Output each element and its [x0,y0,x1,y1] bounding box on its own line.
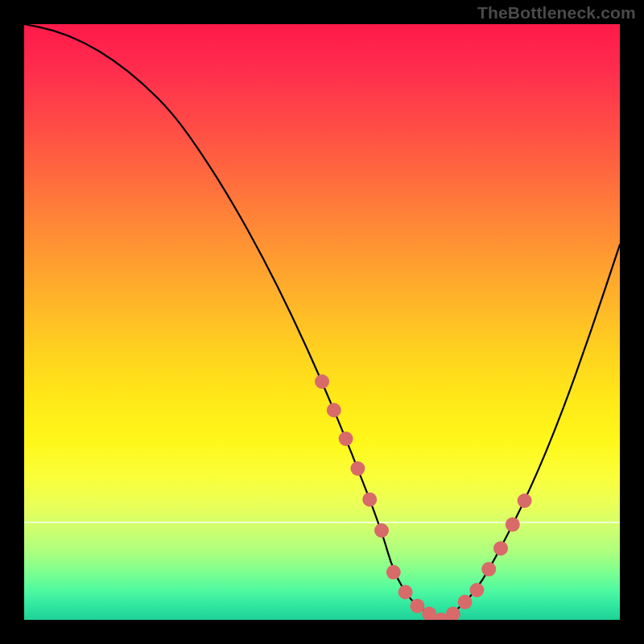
curve-marker [469,583,484,597]
plot-area [24,24,620,620]
curve-marker [350,461,365,476]
watermark-text: TheBottleneck.com [477,3,636,23]
curve-marker [458,595,473,609]
curve-marker [398,585,413,600]
curve-marker [386,565,401,580]
curve-marker [339,431,353,446]
curve-marker [518,493,532,508]
curve-marker [315,374,329,389]
curve-marker [374,523,389,538]
curve-layer [24,24,620,620]
curve-marker [481,562,496,576]
bottleneck-curve [24,24,620,618]
curve-markers [315,374,532,620]
curve-marker [327,403,341,418]
chart-frame: TheBottleneck.com [0,0,644,644]
curve-marker [362,493,377,507]
curve-marker [493,541,508,555]
curve-marker [410,599,424,613]
curve-marker [506,518,520,532]
